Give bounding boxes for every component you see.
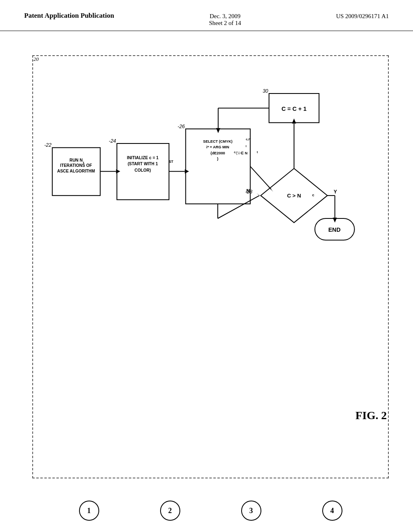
publication-date: Dec. 3, 2009 Sheet 2 of 14 <box>209 11 241 27</box>
outer-dashed-box <box>32 55 389 478</box>
circle-2: 2 <box>160 501 180 521</box>
page-header: Patent Application Publication Dec. 3, 2… <box>0 0 413 31</box>
patent-number: US 2009/0296171 A1 <box>336 11 389 20</box>
publication-title: Patent Application Publication <box>24 11 114 20</box>
ref-label-20: 20 <box>33 56 39 62</box>
circle-4: 4 <box>322 501 342 521</box>
connector-circles: 1 2 3 4 <box>32 501 389 521</box>
circle-1: 1 <box>79 501 99 521</box>
circle-3: 3 <box>241 501 261 521</box>
fig-label: FIG. 2 <box>355 409 387 422</box>
main-content: 20 FIG. 2 RUN N t ITERATIONS OF ASCE ALG… <box>0 31 413 531</box>
